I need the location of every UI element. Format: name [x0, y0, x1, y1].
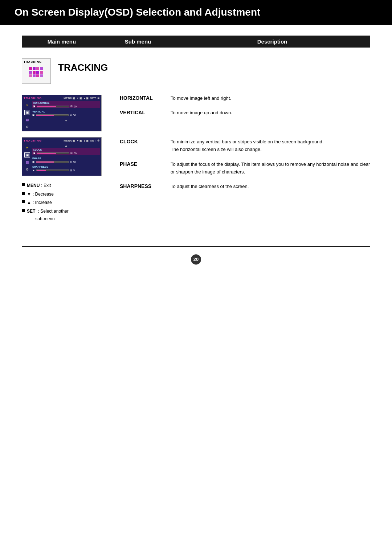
osd-p2-settings-icon: ⚙	[24, 167, 30, 172]
osd-clock-item: CLOCK ▣ ⊞ 50	[32, 148, 100, 155]
svg-rect-9	[33, 74, 36, 77]
legend-bullet-set	[22, 209, 25, 212]
page-number-container: 20	[22, 254, 370, 265]
svg-rect-4	[29, 71, 32, 74]
legend-key-set: SET	[27, 209, 35, 214]
tracking-svg-icon	[28, 66, 44, 79]
osd-panel-1-nav: MENU▣ ▼▣ ▲▣ SET ①	[64, 97, 100, 100]
osd-phase-label: PHASE	[32, 157, 100, 160]
osd-p-icon-right: ⊞	[70, 160, 72, 163]
osd-tracking-icon: ▣	[24, 110, 30, 115]
osd-sharpness-fill	[37, 170, 46, 171]
osd-sharpness-track	[36, 169, 69, 171]
osd-color-icon: ▦	[24, 117, 30, 122]
osd-panel-1-body: ✳ ▣ ▦ ⚙ HORIZONTAL ▣	[24, 101, 100, 130]
page-title: On Screen Display(OSD) Selection and Adj…	[15, 7, 260, 18]
osd-phase-track	[36, 161, 69, 163]
content-area: Main menu Sub menu Description TRACKING	[0, 25, 392, 279]
osd-panel-2-title: TRACKING	[24, 139, 42, 142]
page-header: On Screen Display(OSD) Selection and Adj…	[0, 0, 392, 25]
osd-c-icon-right: ⊞	[70, 152, 73, 155]
desc-phase: To adjust the focus of the display. This…	[171, 161, 370, 176]
osd-panel-2-content: ▲ CLOCK ▣ ⊞ 50	[32, 144, 100, 174]
osd-panel-1-header: TRACKING MENU▣ ▼▣ ▲▣ SET ①	[24, 97, 100, 100]
legend-key-up: ▲	[27, 200, 31, 205]
legend-key-menu: MENU	[27, 183, 40, 188]
osd-panel-2-nav: MENU▣ ▼▣ ▲▣ SET ①	[64, 139, 100, 142]
col-sub-menu: Sub menu	[102, 36, 174, 48]
tracking-icon-label: TRACKING	[24, 60, 42, 64]
term-vertical: VERTICAL	[120, 109, 171, 115]
descriptions-column: HORIZONTAL To move image left and right.…	[109, 95, 370, 224]
osd-vertical-item: VERTICAL ▣ ⊞ 50	[32, 110, 100, 116]
osd-brightness-icon: ✳	[24, 103, 30, 108]
osd-vertical-value: 50	[73, 114, 78, 116]
term-phase: PHASE	[120, 161, 171, 167]
tracking-icon-box: TRACKING	[22, 58, 51, 84]
osd-sharpness-item: SHARPNESS ▲ ⊞ 5	[32, 165, 100, 172]
legend-action-menu: : Exit	[41, 183, 51, 188]
osd-icons-col-1: ✳ ▣ ▦ ⚙	[24, 101, 31, 130]
osd-panel-2: TRACKING MENU▣ ▼▣ ▲▣ SET ① ✳ ▣ ▦ ⚙ ▲	[22, 137, 102, 176]
svg-rect-3	[40, 67, 43, 70]
page-number: 20	[191, 254, 201, 265]
term-horizontal: HORIZONTAL	[120, 95, 171, 101]
osd-c-icon-left: ▣	[33, 152, 36, 155]
svg-rect-5	[33, 71, 36, 74]
svg-rect-11	[40, 74, 43, 77]
svg-rect-8	[29, 74, 32, 77]
osd-phase-slider-row: ▣ ⊞ 50	[32, 160, 100, 163]
osd-s-icon-right: ⊞	[70, 169, 72, 172]
osd-clock-track	[37, 152, 69, 154]
osd-panel-2-body: ✳ ▣ ▦ ⚙ ▲ CLOCK ▣	[24, 144, 100, 174]
osd-vertical-slider-row: ▣ ⊞ 50	[32, 114, 100, 116]
legend-set: SET : Select another sub-menu	[22, 208, 109, 223]
legend-action-down: : Decrease	[33, 192, 54, 197]
osd-p2-tracking-icon: ▣	[24, 152, 30, 157]
tracking-section: TRACKING TRACKING	[22, 58, 370, 84]
desc-row-sharpness: SHARPNESS To adjust the clearness of the…	[120, 183, 370, 190]
osd-icons-col-2: ✳ ▣ ▦ ⚙	[24, 144, 31, 174]
osd-clock-fill	[37, 153, 56, 154]
desc-horizontal: To move image left and right.	[171, 95, 370, 102]
legend-action-up: : Increase	[33, 200, 52, 205]
osd-clock-value: 50	[74, 152, 79, 155]
osd-horizontal-item: HORIZONTAL ▣ ⊞ 50	[32, 101, 100, 108]
osd-horizontal-slider-row: ▣ ⊞ 50	[33, 105, 99, 108]
desc-clock: To minimize any vertical bars or stripes…	[171, 138, 370, 154]
osd-h-icon-left: ▣	[33, 105, 36, 108]
osd-vertical-track	[36, 114, 69, 116]
desc-row-vertical: VERTICAL To move image up and down.	[120, 109, 370, 116]
osd-down-arrow: ▼	[32, 119, 100, 122]
legend-bullet-up	[22, 200, 25, 203]
desc-row-horizontal: HORIZONTAL To move image left and right.	[120, 95, 370, 102]
legend-up: ▲: Increase	[22, 199, 109, 207]
osd-clock-label: CLOCK	[33, 148, 99, 151]
osd-panel-2-header: TRACKING MENU▣ ▼▣ ▲▣ SET ①	[24, 139, 100, 142]
col-main-menu: Main menu	[22, 36, 102, 48]
osd-p-icon-left: ▣	[32, 160, 35, 163]
osd-clock-slider-row: ▣ ⊞ 50	[33, 152, 99, 155]
osd-sharpness-slider-row: ▲ ⊞ 5	[32, 169, 100, 172]
bottom-divider	[22, 246, 370, 247]
osd-vertical-fill	[36, 115, 54, 116]
controls-legend: MENU: Exit ▼: Decrease ▲: Increase SET :…	[22, 182, 109, 223]
osd-v-icon-left: ▣	[32, 114, 35, 116]
col-description: Description	[174, 36, 370, 48]
osd-phase-fill	[36, 161, 54, 163]
osd-s-icon-left: ▲	[32, 169, 35, 172]
osd-vertical-label: VERTICAL	[32, 110, 100, 113]
svg-rect-7	[40, 71, 43, 74]
osd-p2-color-icon: ▦	[24, 160, 30, 165]
desc-row-phase: PHASE To adjust the focus of the display…	[120, 161, 370, 176]
legend-bullet-menu	[22, 183, 25, 186]
osd-up-arrow: ▲	[32, 144, 100, 147]
desc-vertical: To move image up and down.	[171, 109, 370, 116]
osd-horizontal-track	[37, 106, 69, 107]
osd-panel-1-content: HORIZONTAL ▣ ⊞ 50 VERTICAL	[32, 101, 100, 130]
osd-sharpness-label: SHARPNESS	[32, 165, 100, 168]
term-clock: CLOCK	[120, 138, 171, 144]
table-header: Main menu Sub menu Description	[22, 36, 370, 48]
osd-p2-brightness-icon: ✳	[24, 145, 30, 150]
legend-bullet-down	[22, 192, 25, 195]
